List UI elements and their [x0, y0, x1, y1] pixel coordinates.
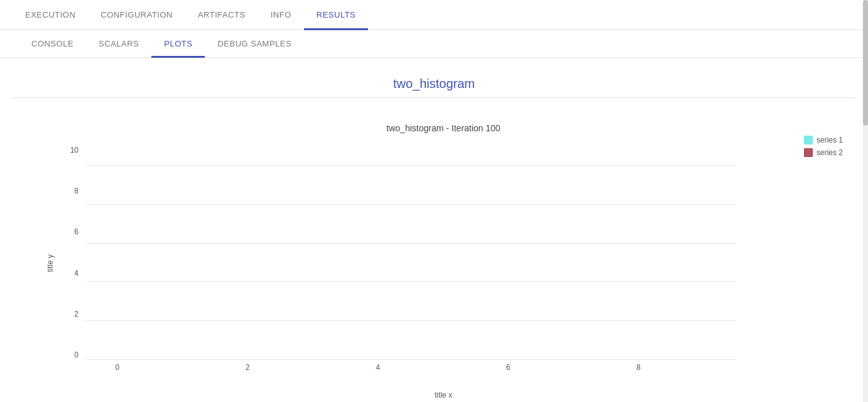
chart-wrapper: two_histogram - Iteration 100 series 1se… [13, 111, 855, 402]
sub-navigation: CONSOLESCALARSPLOTSDEBUG SAMPLES [0, 30, 868, 58]
top-nav-item-execution[interactable]: EXECUTION [13, 0, 88, 30]
x-tick [150, 363, 215, 372]
grid-line [85, 359, 736, 360]
sub-nav-item-plots[interactable]: PLOTS [151, 30, 205, 57]
chart-area: title y 0246810 02468 [57, 146, 830, 372]
y-tick: 8 [63, 187, 79, 195]
y-tick: 6 [63, 227, 79, 236]
x-tick: 0 [85, 363, 150, 372]
sub-nav-item-console[interactable]: CONSOLE [19, 30, 86, 57]
x-tick [541, 363, 606, 372]
top-navigation: EXECUTIONCONFIGURATIONARTIFACTSINFORESUL… [0, 0, 868, 30]
y-tick: 0 [63, 350, 79, 359]
y-tick: 4 [63, 269, 79, 278]
y-axis-label: title y [46, 254, 55, 272]
y-axis-ticks: 0246810 [63, 146, 79, 359]
sub-nav-item-scalars[interactable]: SCALARS [86, 30, 151, 57]
x-tick [280, 363, 345, 372]
x-tick: 6 [475, 363, 541, 372]
top-nav-item-artifacts[interactable]: ARTIFACTS [185, 0, 258, 30]
legend-color-series-1 [804, 136, 813, 144]
x-axis-ticks: 02468 [85, 363, 736, 372]
x-tick: 8 [606, 363, 671, 372]
top-nav-item-results[interactable]: RESULTS [304, 0, 369, 30]
chart-plot-area: 02468 [85, 146, 736, 359]
top-nav-item-info[interactable]: INFO [258, 0, 304, 30]
legend-label: series 1 [816, 136, 843, 144]
x-tick: 2 [215, 363, 280, 372]
main-content: two_histogram two_histogram - Iteration … [0, 58, 868, 402]
y-tick: 2 [63, 310, 79, 318]
sub-nav-item-debug-samples[interactable]: DEBUG SAMPLES [205, 30, 304, 57]
x-axis-label: title x [57, 391, 830, 399]
y-tick: 10 [63, 146, 79, 155]
chart-title: two_histogram - Iteration 100 [57, 123, 830, 133]
scrollbar[interactable] [863, 0, 868, 402]
x-tick: 4 [345, 363, 411, 372]
scrollbar-thumb[interactable] [863, 0, 868, 126]
chart-section-title: two_histogram [13, 70, 855, 98]
x-tick [671, 363, 736, 372]
top-nav-item-configuration[interactable]: CONFIGURATION [88, 0, 185, 30]
x-tick [411, 363, 476, 372]
bars-container [85, 146, 736, 359]
legend-item-series-1: series 1 [804, 136, 843, 144]
